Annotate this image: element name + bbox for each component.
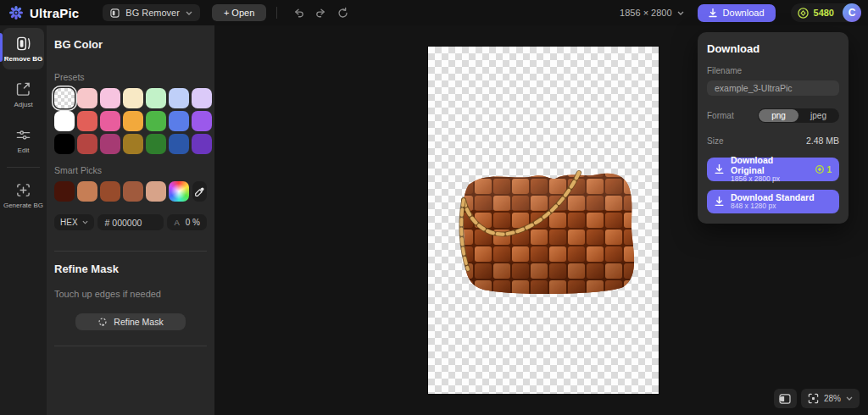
adjust-icon — [15, 81, 31, 97]
download-icon — [709, 8, 717, 18]
download-standard-button[interactable]: Download Standard 848 x 1280 px — [707, 190, 839, 213]
alpha-label: A — [174, 218, 179, 227]
preset-swatch-dbcaf9[interactable] — [192, 88, 212, 108]
zoom-control[interactable]: 28% — [801, 389, 860, 408]
avatar[interactable]: C — [843, 3, 861, 22]
ultrapic-logo-icon — [8, 5, 24, 20]
color-mode-label: HEX — [60, 218, 78, 227]
generate-bg-icon — [15, 182, 31, 198]
credit-cost-value: 1 — [826, 165, 832, 174]
sidebar-item-label: Generate BG — [3, 202, 43, 209]
fit-view-icon — [808, 393, 819, 404]
smart-pick-471409[interactable] — [54, 181, 75, 202]
preset-swatch-f7c4e0[interactable] — [100, 88, 120, 108]
format-option-png[interactable]: png — [759, 109, 798, 122]
preset-swatch-2b57a9[interactable] — [169, 134, 189, 154]
chevron-down-icon — [677, 11, 684, 15]
app-logo: UltraPic — [0, 5, 91, 20]
preset-swatch-c2f2c8[interactable] — [146, 88, 166, 108]
download-panel: Download Filename example_3-UltraPic For… — [698, 32, 849, 224]
download-original-button[interactable]: Download Original 1856 x 2800 px 1 — [707, 158, 839, 181]
canvas-dimensions: 1856 × 2800 — [620, 8, 671, 18]
preset-swatch-a17b23[interactable] — [123, 134, 143, 154]
presets-label: Presets — [54, 72, 207, 82]
sidebar-item-adjust[interactable]: Adjust — [3, 74, 44, 115]
preset-swatch-e25f58[interactable] — [77, 111, 97, 131]
compare-button[interactable] — [774, 389, 797, 408]
tool-selector-label: BG Remover — [125, 8, 180, 18]
refine-mask-title: Refine Mask — [54, 263, 207, 275]
preset-swatch-5a7de9[interactable] — [169, 111, 189, 131]
open-button[interactable]: + Open — [212, 4, 266, 21]
preset-swatch-bfcff8[interactable] — [169, 88, 189, 108]
preset-swatch-ffffff[interactable] — [54, 111, 75, 131]
topbar-separator — [276, 7, 277, 19]
size-label: Size — [707, 136, 723, 146]
filename-label: Filename — [707, 66, 839, 75]
alpha-input[interactable]: A 0 % — [167, 214, 207, 230]
format-option-jpeg[interactable]: jpeg — [798, 109, 838, 122]
sidebar-item-label: Adjust — [14, 101, 32, 108]
preset-swatch-2f7e2d[interactable] — [146, 134, 166, 154]
preset-swatch-4eb646[interactable] — [146, 111, 166, 131]
smart-pick-d7a389[interactable] — [146, 181, 166, 202]
alpha-value: 0 % — [186, 218, 200, 227]
preset-swatch-a63a73[interactable] — [100, 134, 120, 154]
reset-icon — [337, 7, 349, 19]
bg-remover-icon — [110, 8, 120, 18]
preset-swatch-f8e9c5[interactable] — [123, 88, 143, 108]
hex-value-input[interactable]: # 000000 — [97, 214, 164, 230]
preset-swatch-6b36be[interactable] — [192, 134, 212, 154]
subject-image-leather-bag — [455, 161, 642, 298]
canvas-dimensions-dropdown[interactable]: 1856 × 2800 — [620, 8, 683, 18]
filename-input[interactable]: example_3-UltraPic — [707, 80, 839, 96]
smart-pick-rainbow[interactable] — [169, 181, 189, 202]
undo-button[interactable] — [289, 3, 308, 22]
chevron-down-icon — [82, 220, 88, 224]
credits-pill[interactable]: 5480 C — [791, 3, 861, 22]
refine-mask-button-label: Refine Mask — [114, 317, 163, 327]
format-toggle: png jpeg — [758, 108, 839, 123]
credits-count: 5480 — [814, 8, 837, 18]
download-button[interactable]: Download — [698, 4, 776, 22]
smart-picks-row — [54, 181, 189, 202]
tool-selector-dropdown[interactable]: BG Remover — [103, 4, 200, 21]
preset-swatch-000000[interactable] — [54, 134, 75, 154]
edit-sliders-icon — [15, 127, 31, 143]
canvas-controls: 28% — [774, 389, 860, 408]
eyedropper-button[interactable] — [192, 181, 207, 202]
bg-color-panel: BG Color Presets Smart Picks HEX # 00000… — [47, 25, 214, 415]
redo-button[interactable] — [311, 3, 330, 22]
refine-mask-button[interactable]: Refine Mask — [75, 313, 186, 330]
artboard-transparent-canvas[interactable] — [428, 47, 659, 394]
smart-pick-974b2b[interactable] — [100, 181, 120, 202]
sidebar-item-label: Edit — [18, 147, 30, 154]
chevron-down-icon — [846, 396, 853, 401]
reset-button[interactable] — [333, 3, 352, 22]
sidebar-item-label: Remove BG — [4, 55, 42, 63]
smart-pick-c67e55[interactable] — [77, 181, 97, 202]
preset-swatch-e85d9d[interactable] — [100, 111, 120, 131]
coin-icon — [798, 8, 809, 19]
preset-swatch-b54541[interactable] — [77, 134, 97, 154]
sidebar-item-remove-bg[interactable]: Remove BG — [3, 28, 44, 69]
color-mode-select[interactable]: HEX — [54, 214, 94, 230]
refine-brush-icon — [97, 317, 108, 327]
compare-icon — [779, 394, 791, 404]
download-original-size: 1856 x 2800 px — [731, 175, 809, 184]
chevron-down-icon — [186, 11, 192, 15]
preset-grid — [54, 88, 207, 154]
preset-swatch-9b59eb[interactable] — [192, 111, 212, 131]
preset-swatch-transparent[interactable] — [54, 88, 75, 108]
size-value: 2.48 MB — [806, 136, 839, 146]
topbar: UltraPic BG Remover + Open 1856 × 2 — [0, 0, 868, 25]
preset-swatch-f2a93c[interactable] — [123, 111, 143, 131]
panel-title: BG Color — [54, 38, 207, 51]
smart-pick-a05a3d[interactable] — [123, 181, 143, 202]
preset-swatch-f7c7ca[interactable] — [77, 88, 97, 108]
sidebar-item-edit[interactable]: Edit — [3, 119, 44, 161]
redo-icon — [314, 7, 327, 19]
panel-divider — [54, 251, 207, 252]
download-button-label: Download — [723, 8, 765, 18]
sidebar-item-generate-bg[interactable]: Generate BG — [3, 174, 44, 216]
